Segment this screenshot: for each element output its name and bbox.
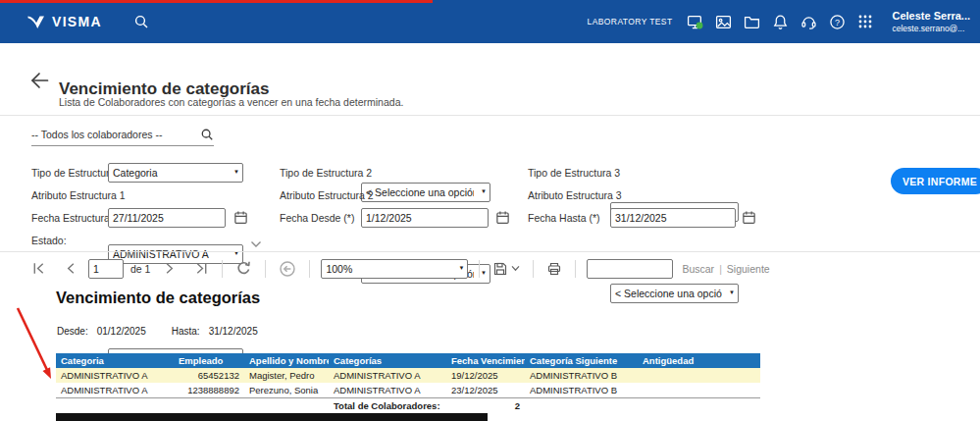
fecha-desde-calendar-icon[interactable] (494, 210, 511, 227)
topbar-right-group: LABORATORY TEST (588, 9, 970, 33)
tipo-estructura-2-label: Tipo de Estructura 2 (280, 163, 372, 183)
cell-siguiente: ADMINISTRATIVO B (525, 368, 638, 383)
fecha-desde-label: Fecha Desde (*) (280, 208, 354, 228)
toolbar-separator (309, 260, 310, 278)
gallery-icon[interactable] (715, 14, 732, 30)
refresh-icon[interactable] (233, 258, 254, 279)
monitor-icon[interactable] (687, 14, 703, 30)
annotation-red-line (0, 0, 433, 3)
report-toolbar: de 1 100% (0, 252, 980, 285)
zoom-select[interactable]: 100% (321, 259, 468, 279)
cell-categorias: ADMINISTRATIVO A (329, 368, 446, 383)
page-subtitle: Lista de Colaboradores con categorías a … (59, 96, 403, 108)
fecha-hasta-label: Fecha Hasta (*) (528, 208, 600, 228)
report-title: Vencimiento de categorías (56, 289, 260, 307)
total-label: Total de Colaboradores: (329, 398, 446, 414)
fecha-hasta-input[interactable] (610, 208, 736, 228)
app-window: VISMA LABORATORY TEST (0, 0, 980, 421)
fecha-estructura-label: Fecha Estructura (31, 208, 110, 228)
toolbar-separator (575, 260, 576, 278)
cell-empleado: 1238888892 (174, 383, 244, 398)
user-menu[interactable]: Celeste Serra... celeste.serrano@... (893, 9, 971, 33)
visma-swoosh-icon (27, 14, 45, 29)
last-page-icon[interactable] (192, 259, 211, 278)
hasta-value: 31/12/2025 (209, 326, 258, 337)
cell-empty (525, 398, 638, 414)
cell-categorias: ADMINISTRATIVO A (329, 383, 446, 398)
cell-fecha: 23/12/2025 (446, 383, 525, 398)
cell-empty (244, 398, 329, 414)
fecha-estructura-calendar-icon[interactable] (232, 210, 249, 227)
table-header-row: Categoria Empleado Apellido y Nombre Cat… (56, 353, 760, 368)
cell-nombre: Perezuno, Sonia (244, 383, 329, 398)
support-headset-icon[interactable] (800, 14, 817, 30)
toolbar-separator (222, 260, 223, 278)
cell-empty (56, 398, 174, 414)
collaborators-filter[interactable]: -- Todos los colaboradores -- (31, 128, 214, 146)
divider (0, 115, 980, 116)
notifications-bell-icon[interactable] (772, 14, 789, 30)
find-text-input[interactable] (587, 259, 673, 279)
col-antiguedad: Antigüedad (638, 353, 760, 368)
col-fecha-vencimiento: Fecha Vencimiento (446, 353, 525, 368)
atributo-estructura-3-select-wrap: < Seleccione una opción > (610, 284, 739, 303)
search-icon (200, 128, 214, 141)
ver-informe-button[interactable]: VER INFORME (891, 168, 980, 194)
tipo-estructura-3-label: Tipo de Estructura 3 (528, 163, 620, 183)
buscar-link[interactable]: Buscar (682, 263, 714, 275)
estado-label: Estado: (31, 231, 67, 250)
hasta-label: Hasta: (172, 326, 200, 337)
brand-name: VISMA (52, 14, 102, 29)
fecha-hasta-calendar-icon[interactable] (741, 210, 757, 227)
previous-page-icon[interactable] (62, 259, 80, 278)
fecha-desde-input[interactable] (361, 208, 489, 228)
toolbar-separator (479, 260, 480, 278)
back-button[interactable] (27, 70, 51, 93)
atributo-estructura-3-select[interactable]: < Seleccione una opción > (610, 284, 739, 303)
report-date-range: Desde:01/12/2025Hasta:31/12/2025 (57, 326, 258, 337)
fecha-estructura-input[interactable] (108, 208, 226, 228)
export-save-icon[interactable] (490, 259, 522, 279)
chevron-down-icon[interactable] (250, 237, 262, 251)
help-icon[interactable]: ? (829, 14, 846, 30)
next-page-icon[interactable] (160, 259, 179, 278)
col-apellido-nombre: Apellido y Nombre (244, 353, 329, 368)
cell-categoria: ADMINISTRATIVO A (56, 368, 174, 383)
col-empleado: Empleado (174, 353, 244, 368)
page-number-input[interactable] (88, 259, 124, 279)
tipo-estructura-2-select[interactable]: < Seleccione una opción > (361, 183, 490, 202)
tipo-estructura-2-select-wrap: < Seleccione una opción > (361, 183, 490, 202)
app-grid-icon[interactable] (857, 14, 873, 29)
report-table: Categoria Empleado Apellido y Nombre Cat… (56, 353, 760, 413)
print-icon[interactable] (544, 259, 564, 279)
visma-logo[interactable]: VISMA (27, 14, 102, 29)
cell-nombre: Magister, Pedro (244, 368, 329, 383)
search-icon[interactable] (133, 14, 149, 29)
zoom-select-wrap: 100% (321, 259, 468, 279)
cell-antiguedad (638, 383, 760, 398)
toolbar-separator (533, 260, 534, 278)
desde-value: 01/12/2025 (97, 326, 146, 337)
toolbar-separator (265, 260, 266, 278)
page-total-label: de 1 (130, 263, 150, 275)
table-total-row: Total de Colaboradores: 2 (56, 398, 760, 414)
footer-bar (56, 413, 488, 421)
cell-antiguedad (638, 368, 760, 383)
cell-categoria: ADMINISTRATIVO A (56, 383, 174, 398)
siguiente-link[interactable]: Siguiente (727, 263, 770, 275)
cell-empleado: 65452132 (174, 368, 244, 383)
folder-icon[interactable] (744, 14, 760, 30)
atributo-estructura-3-label: Atributo Estructura 3 (528, 185, 622, 205)
tipo-estructura-1-select-wrap: Categoria (108, 163, 243, 183)
cell-fecha: 19/12/2025 (446, 368, 525, 383)
environment-label: LABORATORY TEST (588, 17, 673, 26)
first-page-icon[interactable] (29, 259, 48, 278)
tipo-estructura-1-select[interactable]: Categoria (108, 163, 243, 183)
user-email: celeste.serrano@... (893, 24, 971, 34)
back-to-parent-icon[interactable] (277, 258, 298, 280)
col-categorias: Categorías (329, 353, 446, 368)
collaborators-filter-value: -- Todos los colaboradores -- (31, 129, 162, 140)
desde-label: Desde: (57, 326, 88, 337)
cell-empty (638, 398, 760, 414)
table-row: ADMINISTRATIVO A 65452132 Magister, Pedr… (56, 368, 760, 383)
